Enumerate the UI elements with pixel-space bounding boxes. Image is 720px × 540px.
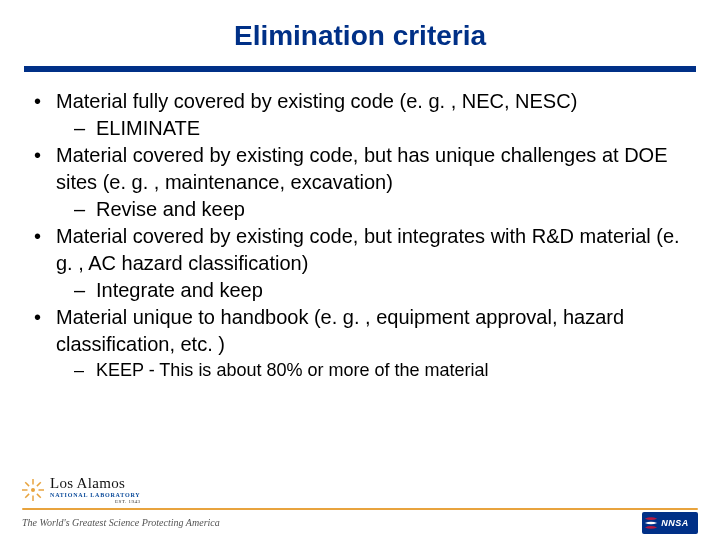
sub-marker: –	[74, 196, 96, 223]
svg-rect-2	[32, 495, 33, 501]
lanl-subtitle: NATIONAL LABORATORY	[50, 492, 141, 498]
flag-swoosh-icon	[644, 516, 658, 530]
bullet-item: • Material covered by existing code, but…	[34, 142, 686, 196]
nnsa-logo: NNSA	[642, 512, 698, 534]
footer-tagline: The World's Greatest Science Protecting …	[22, 517, 220, 528]
svg-rect-3	[22, 489, 28, 490]
sub-marker: –	[74, 115, 96, 142]
sub-marker: –	[74, 358, 96, 382]
bullet-text: Material fully covered by existing code …	[56, 88, 686, 115]
sub-text: Revise and keep	[96, 196, 686, 223]
lanl-established: EST. 1943	[50, 498, 141, 504]
title-divider	[24, 66, 696, 72]
bullet-marker: •	[34, 304, 56, 358]
bullet-marker: •	[34, 142, 56, 196]
svg-point-0	[31, 487, 35, 491]
svg-rect-8	[36, 493, 41, 498]
bullet-text: Material covered by existing code, but h…	[56, 142, 686, 196]
sub-bullet: – Integrate and keep	[34, 277, 686, 304]
slide-body: • Material fully covered by existing cod…	[0, 88, 720, 382]
svg-rect-1	[32, 479, 33, 485]
footer-accent-bar	[22, 508, 698, 510]
sub-marker: –	[74, 277, 96, 304]
sub-text: KEEP - This is about 80% or more of the …	[96, 358, 686, 382]
bullet-item: • Material unique to handbook (e. g. , e…	[34, 304, 686, 358]
sub-bullet: – KEEP - This is about 80% or more of th…	[34, 358, 686, 382]
slide-title: Elimination criteria	[0, 0, 720, 66]
sub-bullet: – Revise and keep	[34, 196, 686, 223]
bullet-text: Material covered by existing code, but i…	[56, 223, 686, 277]
sub-bullet: – ELIMINATE	[34, 115, 686, 142]
lanl-name: Los Alamos	[50, 475, 141, 492]
svg-rect-6	[25, 493, 30, 498]
bullet-marker: •	[34, 223, 56, 277]
starburst-icon	[22, 479, 44, 501]
svg-rect-7	[25, 481, 30, 486]
lanl-text-block: Los Alamos NATIONAL LABORATORY EST. 1943	[50, 475, 141, 504]
sub-text: ELIMINATE	[96, 115, 686, 142]
bullet-item: • Material covered by existing code, but…	[34, 223, 686, 277]
svg-rect-5	[36, 481, 41, 486]
svg-rect-4	[39, 489, 45, 490]
lanl-logo: Los Alamos NATIONAL LABORATORY EST. 1943	[22, 475, 141, 504]
slide-footer: Los Alamos NATIONAL LABORATORY EST. 1943…	[0, 460, 720, 540]
sub-text: Integrate and keep	[96, 277, 686, 304]
bullet-text: Material unique to handbook (e. g. , equ…	[56, 304, 686, 358]
bullet-item: • Material fully covered by existing cod…	[34, 88, 686, 115]
bullet-marker: •	[34, 88, 56, 115]
